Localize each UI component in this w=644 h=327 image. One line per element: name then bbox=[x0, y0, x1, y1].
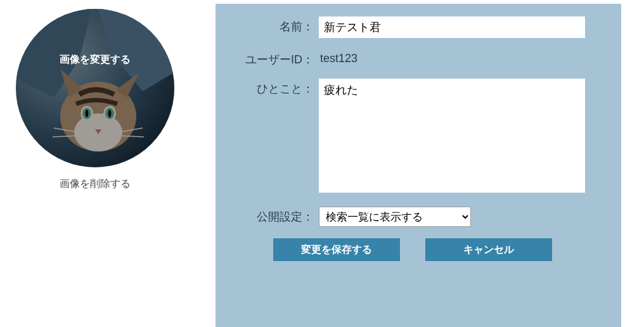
user-id-row: ユーザーID： test123 bbox=[222, 49, 603, 67]
name-label: 名前： bbox=[222, 16, 314, 34]
save-button[interactable]: 変更を保存する bbox=[273, 238, 400, 261]
bio-textarea[interactable] bbox=[319, 79, 585, 193]
name-row: 名前： bbox=[222, 16, 603, 38]
user-id-label: ユーザーID： bbox=[222, 49, 314, 67]
privacy-select[interactable]: 検索一覧に表示する bbox=[319, 207, 471, 227]
bio-label: ひとこと： bbox=[222, 79, 314, 96]
button-row: 変更を保存する キャンセル bbox=[222, 238, 603, 261]
privacy-row: 公開設定： 検索一覧に表示する bbox=[222, 207, 603, 227]
cancel-button[interactable]: キャンセル bbox=[425, 238, 552, 261]
avatar-delete-link[interactable]: 画像を削除する bbox=[60, 177, 131, 191]
avatar-column: 画像を変更する 画像を削除する bbox=[0, 4, 190, 327]
privacy-label: 公開設定： bbox=[222, 207, 314, 224]
user-id-value: test123 bbox=[319, 49, 603, 65]
avatar-change-label: 画像を変更する bbox=[60, 53, 131, 67]
profile-form-panel: 名前： ユーザーID： test123 ひとこと： 公開設定： 検索一覧に表示す… bbox=[216, 4, 621, 327]
avatar-change-area[interactable]: 画像を変更する bbox=[16, 9, 174, 167]
bio-row: ひとこと： bbox=[222, 79, 603, 195]
name-input[interactable] bbox=[319, 16, 585, 38]
avatar-overlay: 画像を変更する bbox=[16, 9, 174, 167]
